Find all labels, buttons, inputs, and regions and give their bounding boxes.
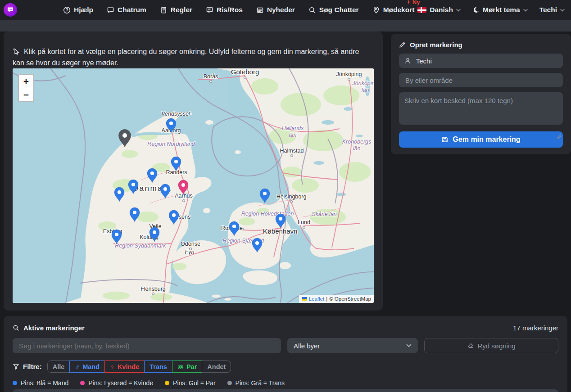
town-dot xyxy=(291,155,293,157)
name-field[interactable] xyxy=(399,54,563,68)
filter-button-mand[interactable]: ♂Mand xyxy=(69,360,105,373)
chevron-down-icon xyxy=(523,9,528,12)
cursor-click-icon xyxy=(13,48,20,55)
language-label: Danish xyxy=(430,6,453,14)
filter-button-alle[interactable]: Alle xyxy=(47,360,70,373)
legend-item: Pins: Blå = Mand xyxy=(13,379,68,387)
map-label: Borås xyxy=(204,73,218,80)
osm-attribution[interactable]: © OpenStreetMap xyxy=(329,296,371,302)
city-field[interactable] xyxy=(399,73,563,87)
map-label: Halmstad xyxy=(280,148,304,154)
top-nav: HjælpChatrumReglerRis/RosNyhederSøg Chat… xyxy=(0,0,571,20)
zoom-out-button[interactable]: − xyxy=(19,88,33,101)
active-markers-title: Aktive markeringer xyxy=(13,324,85,332)
filter-button-trans[interactable]: Trans xyxy=(144,360,172,373)
marker-search-input[interactable] xyxy=(18,342,276,350)
marker-count: 17 markeringer xyxy=(513,324,558,332)
help-icon xyxy=(63,6,71,14)
feedback-icon xyxy=(206,6,213,14)
town-dot xyxy=(244,77,246,79)
chat-logo-icon xyxy=(7,6,14,14)
legend-dot xyxy=(165,381,169,385)
nav-item-ris-ros[interactable]: Ris/Ros xyxy=(206,6,243,14)
filter-buttons: Alle♂Mand♀KvindeTransParAndet xyxy=(47,360,231,373)
funnel-icon xyxy=(13,363,19,370)
map[interactable]: GöteborgBoråsJönköpingJönköpinglänHallan… xyxy=(13,68,374,303)
map-label: Göteborg xyxy=(231,68,259,76)
next-row-sliver xyxy=(13,389,558,392)
town-dot xyxy=(303,226,305,229)
nav-item-søg-chatter[interactable]: Søg Chatter xyxy=(308,6,359,14)
gender-glyph: ♂ xyxy=(75,363,80,370)
map-label: Region Nordjylland xyxy=(147,141,195,147)
clear-search-button[interactable]: Ryd søgning xyxy=(424,338,558,353)
map-label: län xyxy=(362,87,369,93)
nav-item-mødekort[interactable]: Mødekort Ny xyxy=(372,6,415,14)
danish-flag-icon xyxy=(417,7,426,13)
save-marker-button[interactable]: Gem min markering xyxy=(399,131,563,148)
eraser-icon xyxy=(467,342,474,349)
filter-button-andet[interactable]: Andet xyxy=(202,360,231,373)
map-instruction: Klik på kortet for at vælge en placering… xyxy=(4,39,383,69)
create-marker-panel: Opret markering Gem min markering xyxy=(391,34,571,154)
gender-glyph: ♀ xyxy=(110,363,115,370)
legend-dot xyxy=(13,381,17,385)
news-icon xyxy=(256,6,264,14)
filter-button-par[interactable]: Par xyxy=(172,360,202,373)
pin-legend: Pins: Blå = Mand Pins: Lyserød = Kvinde … xyxy=(13,379,558,387)
city-filter-select[interactable]: Alle byer xyxy=(287,338,418,353)
message-textarea[interactable] xyxy=(399,92,563,125)
nav-item-hjælp[interactable]: Hjælp xyxy=(63,6,93,14)
language-selector[interactable]: Danish xyxy=(417,6,461,14)
filters-label: Filtre: xyxy=(13,363,42,370)
legend-item: Pins: Grå = Trans xyxy=(227,379,285,387)
site-logo[interactable] xyxy=(4,3,17,17)
nav-item-regler[interactable]: Regler xyxy=(160,6,192,14)
chevron-down-icon xyxy=(560,9,565,12)
users-icon xyxy=(177,364,184,370)
nav-right: Danish Mørkt tema Techi xyxy=(417,6,565,14)
legend-item: Pins: Lyserød = Kvinde xyxy=(80,379,153,387)
legend-dot xyxy=(80,381,85,385)
nav-item-chatrum[interactable]: Chatrum xyxy=(107,6,146,14)
map-label: Fyn xyxy=(185,249,195,255)
new-badge: Ny xyxy=(406,0,420,5)
map-label: Jönköping xyxy=(352,80,374,86)
attribution-separator: | xyxy=(326,296,327,302)
legend-dot xyxy=(227,381,232,385)
active-markers-controls: Alle byer Ryd søgning xyxy=(13,338,558,353)
map-canvas: GöteborgBoråsJönköpingJönköpinglänHallan… xyxy=(13,68,374,303)
map-zoom-control: + − xyxy=(18,74,34,102)
map-attribution: Leaflet | © OpenStreetMap xyxy=(299,295,374,303)
marker-search[interactable] xyxy=(13,338,281,353)
create-marker-title: Opret markering xyxy=(399,41,563,49)
filter-button-kvinde[interactable]: ♀Kvinde xyxy=(104,360,145,373)
nav-item-nyheder[interactable]: Nyheder xyxy=(256,6,295,14)
chevron-down-icon xyxy=(456,9,461,12)
map-label: Vendsyssel- xyxy=(161,111,192,117)
search-icon xyxy=(308,6,316,14)
username-label: Techi xyxy=(539,6,557,14)
map-label: län xyxy=(353,145,361,152)
name-input[interactable] xyxy=(415,57,557,65)
map-pin-icon xyxy=(372,6,380,14)
map-label: Odense xyxy=(181,241,200,247)
user-menu[interactable]: Techi xyxy=(539,6,565,14)
town-dot xyxy=(183,200,185,202)
city-input[interactable] xyxy=(404,76,557,85)
town-dot xyxy=(210,81,212,83)
leaflet-link[interactable]: Leaflet xyxy=(309,296,325,302)
theme-toggle[interactable]: Mørkt tema xyxy=(472,6,528,14)
chat-icon xyxy=(107,6,114,14)
pencil-icon xyxy=(399,41,406,48)
town-dot xyxy=(348,78,350,81)
map-label: Helsingborg xyxy=(276,194,307,200)
zoom-in-button[interactable]: + xyxy=(19,75,33,88)
theme-label: Mørkt tema xyxy=(483,6,520,14)
person-icon xyxy=(404,57,411,64)
legend-item: Pins: Gul = Par xyxy=(165,379,216,387)
map-panel: Klik på kortet for at vælge en placering… xyxy=(4,32,383,311)
map-label: Lund xyxy=(298,219,310,225)
map-label: Flensburg xyxy=(140,286,166,292)
save-icon xyxy=(441,136,449,143)
